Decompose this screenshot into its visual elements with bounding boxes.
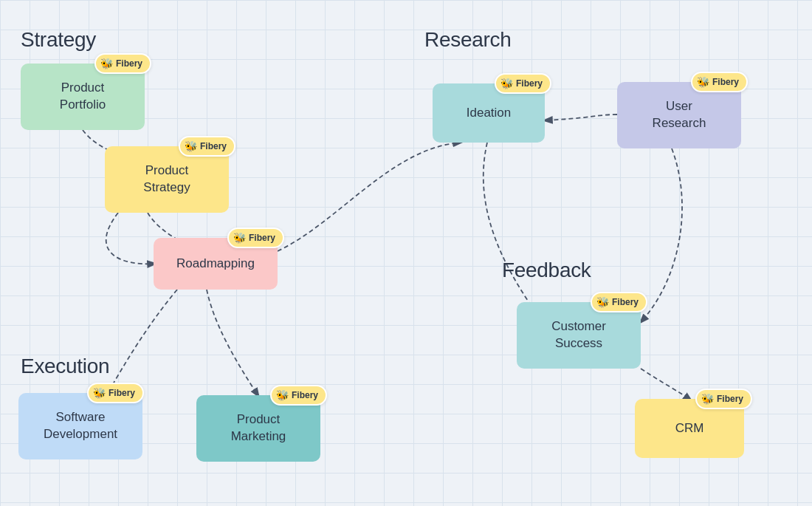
badge-customer-success: 🐝 Fibery bbox=[591, 292, 647, 312]
badge-roadmapping: 🐝 Fibery bbox=[227, 228, 284, 248]
badge-product-marketing: 🐝 Fibery bbox=[270, 385, 327, 406]
badge-product-portfolio: 🐝 Fibery bbox=[94, 53, 151, 74]
section-strategy: Strategy bbox=[21, 28, 96, 52]
section-execution: Execution bbox=[21, 355, 109, 378]
badge-crm: 🐝 Fibery bbox=[695, 389, 752, 409]
badge-user-research: 🐝 Fibery bbox=[691, 72, 748, 92]
section-research: Research bbox=[424, 28, 511, 52]
badge-product-strategy: 🐝 Fibery bbox=[179, 136, 235, 157]
section-feedback: Feedback bbox=[502, 259, 591, 282]
badge-ideation: 🐝 Fibery bbox=[495, 73, 551, 94]
badge-software-development: 🐝 Fibery bbox=[87, 383, 144, 403]
